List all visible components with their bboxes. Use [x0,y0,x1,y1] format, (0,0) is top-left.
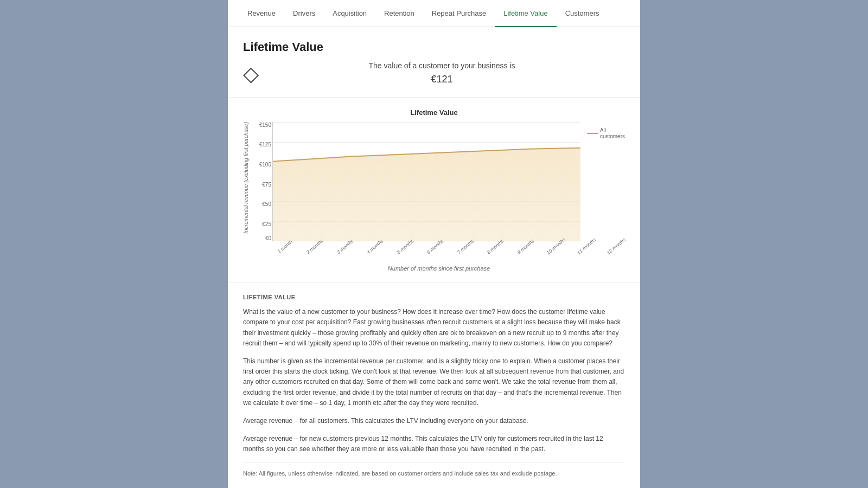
legend-all-customers: All customers [587,127,625,139]
desc-paragraph-3: Average revenue – for all customers. Thi… [243,416,625,426]
y-tick-100: €100 [259,162,271,168]
nav-item-repeat-purchase[interactable]: Repeat Purchase [423,0,495,27]
chart-plot [272,122,580,241]
y-axis-label: Incremental revenue (excluding first pur… [243,122,250,245]
chart-area [273,148,580,241]
desc-paragraph-2: This number is given as the incremental … [243,356,625,408]
note-text: Note: All figures, unless otherwise indi… [243,462,625,478]
chart-legend: All customers [587,122,625,139]
y-tick-75: €75 [262,182,271,188]
value-amount: €121 [259,72,625,87]
y-tick-50: €50 [262,201,271,207]
y-tick-25: €25 [262,221,271,227]
legend-label-all: All [600,127,625,133]
description-section: LIFETIME VALUE What is the value of a ne… [228,283,640,488]
section-heading: LIFETIME VALUE [243,294,625,300]
header-row: ◇ The value of a customer to your busine… [243,60,625,87]
desc-paragraph-4: Average revenue – for new customers prev… [243,434,625,454]
nav-item-lifetime-value[interactable]: Lifetime Value [495,0,556,27]
x-axis-label: Number of months since first purchase [253,265,625,272]
x-axis: 1 month 2 months 3 months 4 months 5 mon… [272,245,625,250]
legend-label-customers: customers [600,133,625,139]
value-label: The value of a customer to your business… [368,61,515,70]
nav-item-drivers[interactable]: Drivers [284,0,324,27]
y-tick-0: €0 [265,235,271,241]
chart-section: Lifetime Value Incremental revenue (excl… [228,98,640,283]
page-title: Lifetime Value [243,40,625,54]
y-tick-125: €125 [259,142,271,147]
diamond-icon: ◇ [243,62,259,86]
nav-item-revenue[interactable]: Revenue [239,0,284,27]
legend-line [587,133,598,134]
nav-item-customers[interactable]: Customers [557,0,608,27]
nav-item-retention[interactable]: Retention [375,0,423,27]
chart-container: Incremental revenue (excluding first pur… [243,122,625,272]
value-text: The value of a customer to your business… [259,60,625,87]
main-content: Revenue Drivers Acquisition Retention Re… [228,0,640,488]
chart-title: Lifetime Value [243,108,625,117]
chart-svg [273,122,580,241]
desc-paragraph-1: What is the value of a new customer to y… [243,307,625,349]
header-section: Lifetime Value ◇ The value of a customer… [228,27,640,98]
nav-item-acquisition[interactable]: Acquisition [324,0,375,27]
y-tick-150: €150 [259,122,271,128]
nav-bar: Revenue Drivers Acquisition Retention Re… [228,0,640,27]
page-wrapper: Revenue Drivers Acquisition Retention Re… [0,0,868,488]
